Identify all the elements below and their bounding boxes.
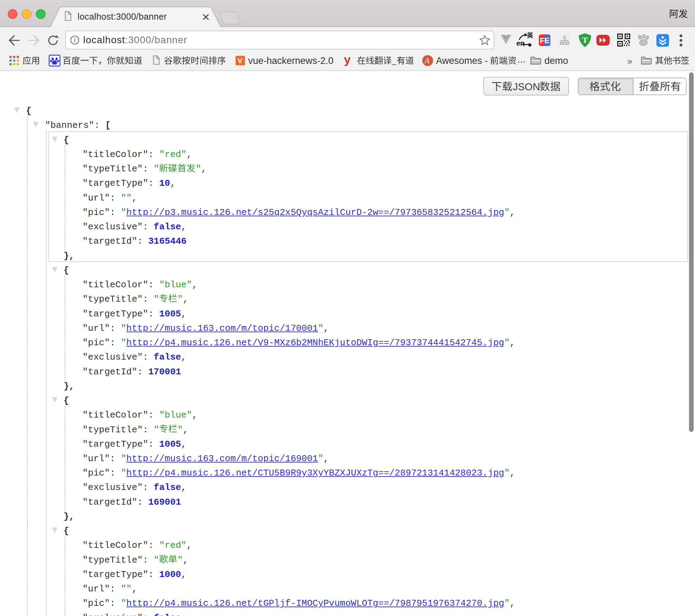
- svg-text:V: V: [238, 57, 243, 65]
- svg-text:E: E: [544, 36, 550, 45]
- svg-text:A: A: [424, 56, 430, 65]
- svg-text:F: F: [540, 36, 544, 45]
- svg-text:T: T: [582, 35, 588, 45]
